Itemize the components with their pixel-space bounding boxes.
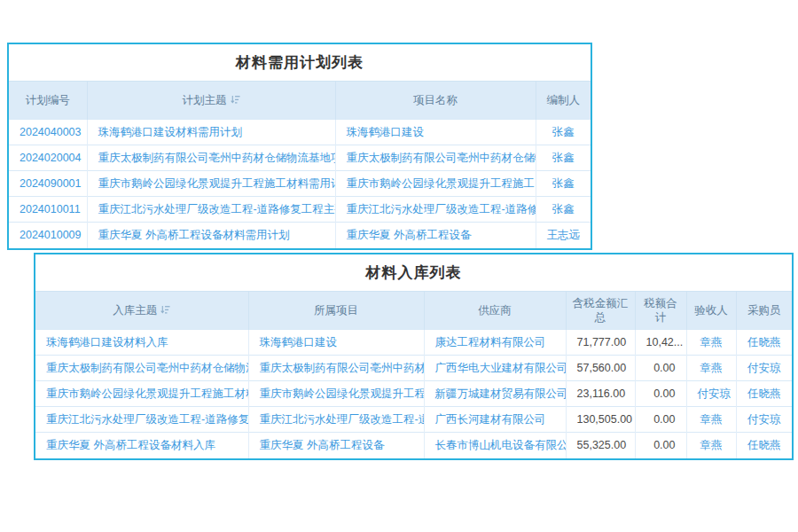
cell-project[interactable]: 重庆太极制药有限公司亳州中药材仓储物流... (335, 145, 536, 171)
cell-amount: 57,560.00 (566, 356, 635, 381)
cell-supplier[interactable]: 广西华电大业建材有限公司 (424, 356, 566, 381)
cell-author[interactable]: 张鑫 (536, 120, 591, 145)
cell-project[interactable]: 重庆江北污水处理厂级改造工程-道路... (248, 407, 424, 433)
cell-author[interactable]: 张鑫 (536, 145, 591, 171)
cell-subject[interactable]: 重庆市鹅岭公园绿化景观提升工程施工材料需用计划 (87, 171, 335, 197)
cell-subject[interactable]: 重庆江北污水处理厂级改造工程-道路修复工程... (35, 407, 248, 433)
cell-tax: 0.00 (635, 407, 686, 433)
sort-icon[interactable] (231, 95, 240, 105)
cell-amount: 71,777.00 (566, 330, 635, 356)
column-header-subject[interactable]: 入库主题 (35, 292, 248, 330)
table-row: 重庆市鹅岭公园绿化景观提升工程施工材料入库重庆市鹅岭公园绿化景观提升工程施工新疆… (35, 381, 792, 407)
cell-inspector[interactable]: 付安琼 (686, 381, 736, 407)
cell-subject[interactable]: 重庆太极制药有限公司亳州中药材仓储物流基... (35, 356, 248, 381)
column-header-plan_no: 计划编号 (9, 82, 87, 120)
column-header-tax: 税额合计 (635, 292, 686, 330)
header-row: 入库主题所属项目供应商含税金额汇总税额合计验收人采购员 (35, 292, 792, 330)
cell-amount: 23,116.00 (566, 381, 635, 407)
cell-author[interactable]: 张鑫 (536, 197, 591, 223)
table-row: 重庆太极制药有限公司亳州中药材仓储物流基...重庆太极制药有限公司亳州中药材仓.… (35, 356, 792, 381)
cell-inspector[interactable]: 章燕 (686, 407, 736, 433)
cell-supplier[interactable]: 广西长河建材有限公司 (424, 407, 566, 433)
cell-tax: 0.00 (635, 433, 686, 458)
cell-amount: 55,325.00 (566, 433, 635, 458)
sort-icon[interactable] (160, 305, 170, 315)
cell-inspector[interactable]: 章燕 (686, 356, 736, 381)
table-row: 2024090001重庆市鹅岭公园绿化景观提升工程施工材料需用计划重庆市鹅岭公园… (9, 171, 591, 197)
cell-subject[interactable]: 重庆太极制药有限公司亳州中药材仓储物流基地项目... (87, 145, 335, 171)
cell-subject[interactable]: 重庆江北污水处理厂级改造工程-道路修复工程主要材料 (87, 197, 335, 223)
inbound-table: 入库主题所属项目供应商含税金额汇总税额合计验收人采购员珠海鹤港口建设材料入库珠海… (35, 291, 792, 458)
cell-plan_no[interactable]: 2024040003 (9, 120, 87, 145)
plan-table-title: 材料需用计划列表 (9, 44, 591, 81)
cell-supplier[interactable]: 长春市博山机电设备有限公司 (424, 433, 566, 458)
cell-supplier[interactable]: 新疆万城建材贸易有限公司 (424, 381, 566, 407)
column-header-subject[interactable]: 计划主题 (87, 82, 335, 120)
cell-buyer[interactable]: 任晓燕 (736, 433, 792, 458)
column-label: 入库主题 (113, 304, 157, 317)
cell-plan_no[interactable]: 2024090001 (9, 171, 87, 197)
cell-supplier[interactable]: 康达工程材料有限公司 (424, 330, 566, 356)
table-row: 2024010009重庆华夏 外高桥工程设备材料需用计划重庆华夏 外高桥工程设备… (9, 223, 591, 248)
cell-tax: 10,42... (635, 330, 686, 356)
column-label: 采购员 (747, 304, 781, 317)
table-row: 重庆江北污水处理厂级改造工程-道路修复工程...重庆江北污水处理厂级改造工程-道… (35, 407, 792, 433)
cell-inspector[interactable]: 章燕 (686, 330, 736, 356)
header-row: 计划编号计划主题项目名称编制人 (9, 82, 591, 120)
column-label: 含税金额汇总 (573, 297, 629, 324)
column-header-amount: 含税金额汇总 (566, 292, 635, 330)
cell-project[interactable]: 重庆江北污水处理厂级改造工程-道路修复工程 (335, 197, 536, 223)
cell-tax: 0.00 (635, 356, 686, 381)
cell-buyer[interactable]: 任晓燕 (736, 381, 792, 407)
cell-subject[interactable]: 重庆华夏 外高桥工程设备材料需用计划 (87, 223, 335, 248)
table-row: 重庆华夏 外高桥工程设备材料入库重庆华夏 外高桥工程设备长春市博山机电设备有限公… (35, 433, 792, 458)
cell-plan_no[interactable]: 2024010011 (9, 197, 87, 223)
cell-project[interactable]: 重庆市鹅岭公园绿化景观提升工程施工 (335, 171, 536, 197)
cell-subject[interactable]: 重庆华夏 外高桥工程设备材料入库 (35, 433, 248, 458)
cell-author[interactable]: 张鑫 (536, 171, 591, 197)
column-label: 供应商 (478, 304, 512, 317)
table-row: 2024040003珠海鹤港口建设材料需用计划珠海鹤港口建设张鑫 (9, 120, 591, 145)
cell-project[interactable]: 珠海鹤港口建设 (248, 330, 424, 356)
column-label: 计划主题 (183, 94, 227, 106)
cell-amount: 130,505.00 (566, 407, 635, 433)
cell-plan_no[interactable]: 2024020004 (9, 145, 87, 171)
cell-buyer[interactable]: 任晓燕 (736, 330, 792, 356)
table-row: 2024010011重庆江北污水处理厂级改造工程-道路修复工程主要材料重庆江北污… (9, 197, 591, 223)
cell-tax: 0.00 (635, 381, 686, 407)
column-header-project: 所属项目 (248, 292, 424, 330)
cell-buyer[interactable]: 付安琼 (736, 407, 792, 433)
column-label: 编制人 (547, 94, 581, 106)
column-label: 所属项目 (314, 304, 358, 317)
cell-project[interactable]: 重庆华夏 外高桥工程设备 (248, 433, 424, 458)
column-label: 税额合计 (644, 297, 677, 324)
cell-plan_no[interactable]: 2024010009 (9, 223, 87, 248)
table-row: 2024020004重庆太极制药有限公司亳州中药材仓储物流基地项目...重庆太极… (9, 145, 591, 171)
cell-subject[interactable]: 珠海鹤港口建设材料需用计划 (87, 120, 335, 145)
cell-project[interactable]: 重庆华夏 外高桥工程设备 (335, 223, 536, 248)
column-header-buyer: 采购员 (736, 292, 792, 330)
cell-buyer[interactable]: 付安琼 (736, 356, 792, 381)
column-label: 项目名称 (413, 94, 458, 106)
table-row: 珠海鹤港口建设材料入库珠海鹤港口建设康达工程材料有限公司71,777.0010,… (35, 330, 792, 356)
column-header-supplier: 供应商 (424, 292, 566, 330)
cell-project[interactable]: 重庆太极制药有限公司亳州中药材仓... (248, 356, 424, 381)
inbound-table-title: 材料入库列表 (35, 254, 792, 291)
column-label: 计划编号 (26, 94, 70, 106)
cell-inspector[interactable]: 章燕 (686, 433, 736, 458)
cell-subject[interactable]: 珠海鹤港口建设材料入库 (35, 330, 248, 356)
plan-table-panel: 材料需用计划列表 计划编号计划主题项目名称编制人2024040003珠海鹤港口建… (7, 43, 592, 250)
cell-project[interactable]: 珠海鹤港口建设 (335, 120, 536, 145)
column-header-project: 项目名称 (335, 82, 536, 120)
cell-project[interactable]: 重庆市鹅岭公园绿化景观提升工程施工 (248, 381, 424, 407)
column-header-author: 编制人 (536, 82, 591, 120)
inbound-table-panel: 材料入库列表 入库主题所属项目供应商含税金额汇总税额合计验收人采购员珠海鹤港口建… (34, 253, 794, 460)
cell-author[interactable]: 王志远 (536, 223, 591, 248)
column-header-inspector: 验收人 (686, 292, 736, 330)
plan-table: 计划编号计划主题项目名称编制人2024040003珠海鹤港口建设材料需用计划珠海… (9, 81, 591, 248)
column-label: 验收人 (694, 304, 728, 317)
cell-subject[interactable]: 重庆市鹅岭公园绿化景观提升工程施工材料入库 (35, 381, 248, 407)
